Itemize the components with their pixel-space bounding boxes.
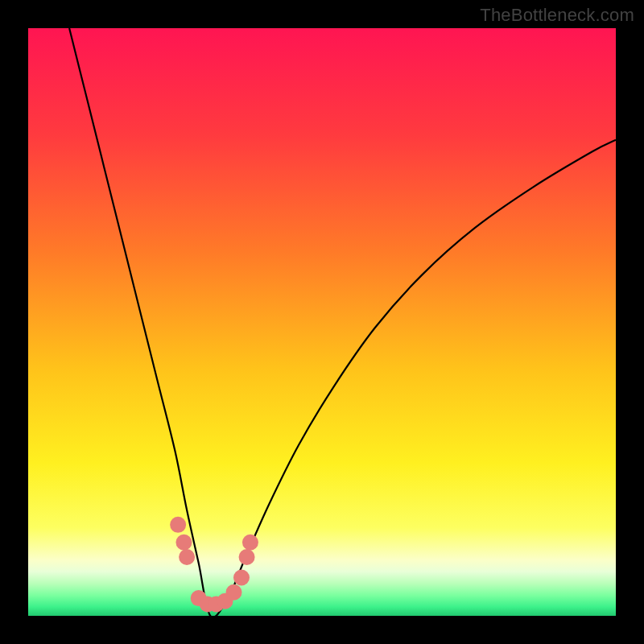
- watermark-text: TheBottleneck.com: [480, 5, 634, 26]
- highlight-dot: [233, 570, 250, 586]
- bottleneck-curve: [69, 28, 616, 616]
- chart-frame: TheBottleneck.com: [0, 0, 644, 644]
- plot-area: [28, 28, 616, 616]
- highlight-dot: [170, 517, 186, 533]
- highlight-dot: [239, 549, 255, 565]
- highlight-dot: [226, 584, 242, 601]
- highlight-dot: [175, 535, 192, 551]
- highlight-dot: [242, 535, 258, 551]
- curve-layer: [28, 28, 616, 616]
- highlight-dots: [170, 517, 258, 613]
- highlight-dot: [179, 549, 195, 565]
